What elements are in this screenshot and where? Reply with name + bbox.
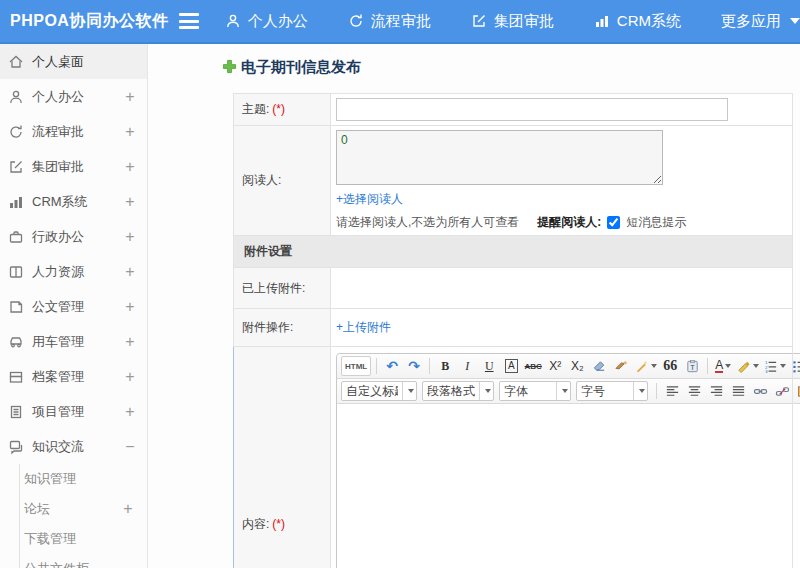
sidebar-item-personal-office[interactable]: 个人办公 + bbox=[0, 79, 147, 114]
select-readers-link[interactable]: +选择阅读人 bbox=[336, 191, 403, 208]
font-color-button[interactable]: A bbox=[713, 356, 733, 376]
sidebar-subitem-download-management[interactable]: 下载管理 bbox=[20, 524, 147, 554]
sidebar-subitem-knowledge-management[interactable]: 知识管理 bbox=[20, 464, 147, 494]
expand-plus[interactable]: + bbox=[123, 263, 137, 281]
paragraph-format-select[interactable]: 段落格式 bbox=[422, 381, 494, 401]
publish-form: 主题:(*) 阅读人: +选择阅读人 请选择阅读人,不选为所有人可查看 bbox=[233, 93, 793, 568]
align-left-icon[interactable] bbox=[662, 381, 682, 401]
caret-down-icon bbox=[725, 364, 731, 368]
expand-plus[interactable]: + bbox=[123, 403, 137, 421]
paste-text-icon[interactable]: T bbox=[682, 356, 702, 376]
sidebar-item-group-approval[interactable]: 集团审批 + bbox=[0, 149, 147, 184]
unordered-list-icon[interactable] bbox=[789, 356, 800, 376]
font-family-select[interactable]: 字体 bbox=[499, 381, 571, 401]
custom-title-select[interactable]: 自定义标题 bbox=[341, 381, 417, 401]
editor-toolbar-row2: 自定义标题 段落格式 字体 bbox=[337, 379, 800, 404]
expand-plus[interactable]: + bbox=[123, 88, 137, 106]
plus-icon bbox=[222, 59, 237, 77]
attachment-operation-label: 附件操作: bbox=[242, 320, 293, 334]
superscript-button[interactable]: X² bbox=[545, 356, 565, 376]
insert-image-icon[interactable] bbox=[794, 381, 800, 401]
subject-input[interactable] bbox=[336, 98, 728, 121]
briefcase-icon bbox=[8, 229, 24, 245]
caret-down-icon bbox=[651, 364, 657, 368]
align-right-icon[interactable] bbox=[706, 381, 726, 401]
sidebar-item-personal-desktop[interactable]: 个人桌面 bbox=[0, 44, 147, 79]
nav-crm-system[interactable]: CRM系统 bbox=[594, 12, 681, 31]
uploaded-attachments-value bbox=[331, 268, 793, 309]
ordered-list-icon[interactable]: 123 bbox=[762, 356, 787, 376]
expand-plus[interactable]: + bbox=[123, 333, 137, 351]
expand-plus[interactable]: + bbox=[123, 193, 137, 211]
blockquote-button[interactable]: 66 bbox=[660, 356, 680, 376]
user-icon bbox=[8, 89, 24, 105]
editor-toolbar-row1: HTML ↶ ↷ B I U A ABC X² X₂ bbox=[337, 354, 800, 379]
content-label: 内容: bbox=[242, 517, 269, 531]
bar-chart-icon bbox=[8, 194, 24, 210]
attachment-section-bar: 附件设置 bbox=[234, 236, 793, 268]
readers-textarea[interactable] bbox=[336, 130, 663, 185]
sidebar-item-archive-management[interactable]: 档案管理 + bbox=[0, 359, 147, 394]
sidebar-subitem-forum[interactable]: 论坛 + bbox=[20, 494, 147, 524]
redo-button[interactable]: ↷ bbox=[404, 356, 424, 376]
nav-group-approval[interactable]: 集团审批 bbox=[471, 12, 554, 31]
source-code-button[interactable]: HTML bbox=[341, 356, 371, 376]
italic-button[interactable]: I bbox=[457, 356, 477, 376]
expand-minus[interactable]: − bbox=[123, 438, 137, 456]
bold-button[interactable]: B bbox=[435, 356, 455, 376]
format-painter-icon[interactable] bbox=[611, 356, 631, 376]
sidebar-item-crm-system[interactable]: CRM系统 + bbox=[0, 184, 147, 219]
highlight-color-icon[interactable] bbox=[735, 356, 760, 376]
caret-down-icon bbox=[790, 18, 800, 24]
unlink-icon[interactable] bbox=[772, 381, 792, 401]
sidebar-item-vehicle-management[interactable]: 用车管理 + bbox=[0, 324, 147, 359]
sidebar-item-admin-office[interactable]: 行政办公 + bbox=[0, 219, 147, 254]
nav-workflow-approval[interactable]: 流程审批 bbox=[348, 12, 431, 31]
sms-notify-checkbox[interactable] bbox=[607, 216, 620, 229]
undo-button[interactable]: ↶ bbox=[382, 356, 402, 376]
font-size-select[interactable]: 字号 bbox=[576, 381, 648, 401]
strikethrough-button[interactable]: ABC bbox=[523, 356, 543, 376]
nav-more-apps[interactable]: 更多应用 bbox=[721, 12, 800, 31]
sidebar-subitem-public-file-cabinet[interactable]: 公共文件柜 bbox=[20, 554, 147, 568]
attachment-operation-row: 附件操作: +上传附件 bbox=[234, 309, 793, 347]
sidebar-item-workflow-approval[interactable]: 流程审批 + bbox=[0, 114, 147, 149]
readers-label: 阅读人: bbox=[242, 173, 281, 187]
expand-plus[interactable]: + bbox=[123, 298, 137, 316]
sidebar-item-document-management[interactable]: 公文管理 + bbox=[0, 289, 147, 324]
underline-button[interactable]: U bbox=[479, 356, 499, 376]
align-justify-icon[interactable] bbox=[728, 381, 748, 401]
expand-plus[interactable]: + bbox=[123, 368, 137, 386]
auto-typeset-icon[interactable] bbox=[633, 356, 658, 376]
readers-hint: 请选择阅读人,不选为所有人可查看 bbox=[336, 214, 519, 231]
sidebar-item-human-resources[interactable]: 人力资源 + bbox=[0, 254, 147, 289]
char-border-button[interactable]: A bbox=[501, 356, 521, 376]
expand-plus[interactable]: + bbox=[121, 500, 135, 518]
align-center-icon[interactable] bbox=[684, 381, 704, 401]
attachop-label-cell: 附件操作: bbox=[234, 309, 331, 347]
hamburger-menu-icon[interactable] bbox=[179, 13, 199, 29]
upload-attachment-link[interactable]: +上传附件 bbox=[336, 319, 391, 336]
sync-icon bbox=[8, 124, 24, 140]
book-icon bbox=[8, 264, 24, 280]
project-icon bbox=[8, 404, 24, 420]
subject-row: 主题:(*) bbox=[234, 94, 793, 126]
expand-plus[interactable]: + bbox=[123, 158, 137, 176]
car-icon bbox=[8, 334, 24, 350]
sidebar-item-project-management[interactable]: 项目管理 + bbox=[0, 394, 147, 429]
editor-content-area[interactable] bbox=[337, 404, 800, 568]
expand-plus[interactable]: + bbox=[123, 123, 137, 141]
caret-down-icon bbox=[408, 389, 414, 393]
readers-label-cell: 阅读人: bbox=[234, 126, 331, 236]
attachment-section-title: 附件设置 bbox=[234, 236, 793, 268]
link-icon[interactable] bbox=[750, 381, 770, 401]
app-logo: PHPOA协同办公软件 bbox=[0, 11, 179, 32]
eraser-icon[interactable] bbox=[589, 356, 609, 376]
nav-personal-office[interactable]: 个人办公 bbox=[225, 12, 308, 31]
caret-down-icon bbox=[753, 364, 759, 368]
sidebar-item-knowledge-exchange[interactable]: 知识交流 − bbox=[0, 429, 147, 464]
home-icon bbox=[8, 54, 24, 70]
subscript-button[interactable]: X₂ bbox=[567, 356, 587, 376]
caret-down-icon bbox=[485, 389, 491, 393]
expand-plus[interactable]: + bbox=[123, 228, 137, 246]
